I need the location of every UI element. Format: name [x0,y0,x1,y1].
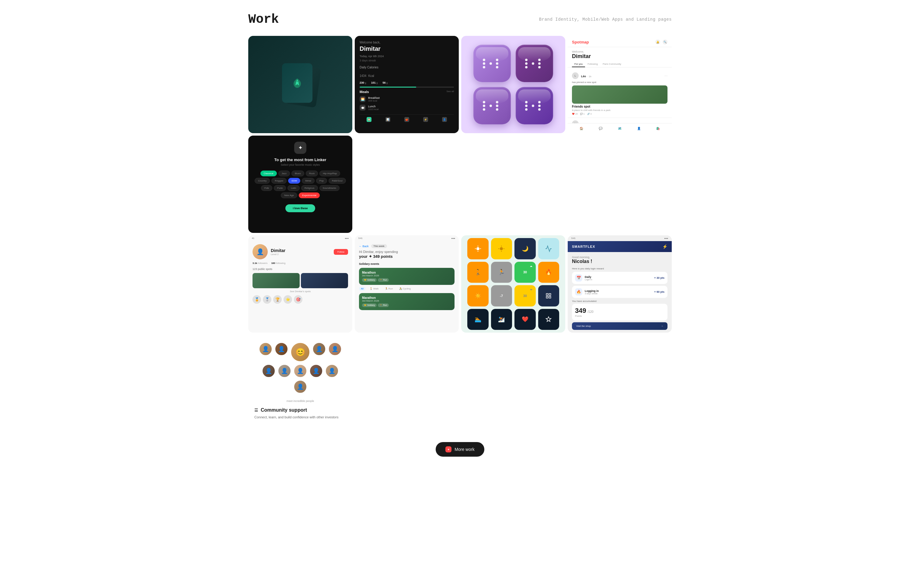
tag-soundtracks[interactable]: Soundtracks [319,185,340,191]
workout-btn-ski[interactable]: ⛷️ [491,309,512,330]
workout-btn-sun[interactable] [467,238,489,259]
dot [538,59,541,61]
workout-btn-heart[interactable]: ❤️ [515,309,536,330]
tag-edm[interactable]: EDM [288,178,300,184]
follow-button[interactable]: Follow [334,249,348,255]
nav-map-icon[interactable]: 🗺️ [617,126,622,131]
marathon-date-2: 3rd March 2026 [362,299,452,302]
tab-paris-community[interactable]: Paris Community [600,61,624,67]
workout-btn-flame[interactable]: 🔥 [538,262,559,283]
nav-activity-icon[interactable]: ⚡ [423,117,428,122]
workout-btn-down-2[interactable]: 30 [515,285,536,307]
nav-profile-icon[interactable]: 👤 [637,126,641,131]
fitness-calories: 1434 Kcal [360,71,454,79]
tag-hiphop[interactable]: Hip-Hop/Rap [319,171,340,176]
workout-btn-moon[interactable]: 🌙 [515,238,536,259]
workout-btn-sun-3[interactable]: ☀️ [467,285,489,307]
brand-card-front [282,63,313,103]
dot [538,66,541,68]
workout-btn-up[interactable]: 30 [515,262,536,283]
tag-rnb[interactable]: R&B/Soul [329,178,346,184]
leo-action: has pinned a new spot [572,81,667,84]
status-signal: ●●● [345,237,349,239]
back-button[interactable]: ← Back [359,245,369,248]
linker-confirm-button[interactable]: I love these [285,204,315,212]
workout-number-7: -7 [500,294,503,298]
nav-home-icon[interactable]: 🏠 [579,126,584,131]
tag-reggae[interactable]: Reggae [271,178,287,184]
sf-points-section: 349 /120 Points [572,304,667,320]
dot [532,108,534,111]
spot-thumb-2 [301,273,348,288]
nav-food-icon[interactable]: 🍎 [404,117,409,122]
tag-newage[interactable]: New Age [281,192,297,198]
profile-spots-count: 123 public spots [253,268,348,271]
workout-btn-star[interactable] [538,309,559,330]
tag-latin[interactable]: Latin [287,185,300,191]
workout-btn-walk[interactable]: 🚶 [467,262,489,283]
dot [538,101,541,103]
tag-blues[interactable]: Blues [292,171,304,176]
dice-dots-2 [525,59,544,68]
sf-daily-sub: Login in [585,278,652,281]
week-selector: This week [371,244,387,248]
workout-btn-sun-2[interactable] [491,238,512,259]
tab-for-you[interactable]: For you [572,61,585,67]
fitness-welcome: Welcome back, [360,41,454,44]
dot [532,59,534,61]
workout-btn-run[interactable]: 🏃 [491,262,512,283]
dot [496,59,498,61]
nav-chat-icon[interactable]: 💬 [598,126,603,131]
linker-subtitle: Select your favorite music styles [281,163,320,166]
nav-chart-icon[interactable]: 📊 [385,117,390,122]
meal-item-lunch: 🍽️ Lunch 1023 kcal [360,105,454,111]
dot [532,62,534,65]
social-profile-card: 41 ●●● 👤 Dimitar Level 2 Follow 3.1k fol… [248,235,352,333]
macro-bar: 230 g 101 g 56 g [360,81,454,84]
tag-country[interactable]: Country [254,178,270,184]
profile-name-row: Dimitar Level 2 [271,248,331,256]
linker-logo: ✦ [294,142,306,154]
nav-home-icon[interactable]: 🏠 [367,117,371,122]
tag-folk[interactable]: Folk [261,185,272,191]
more-work-button[interactable]: ✦ More work [436,442,484,457]
tag-religious[interactable]: Religious [301,185,318,191]
tag-punk[interactable]: Punk [274,185,286,191]
tag-metal[interactable]: Metal [302,178,314,184]
post-options-icon[interactable]: ··· [664,74,667,78]
avatar-3: 👤 [313,342,326,356]
sf-daily-title: Daily [585,275,652,278]
avatar-10: 👤 [293,380,307,393]
avatars-cluster: 👤 👤 😊 👤 👤 👤 👤 👤 👤 👤 👤 [254,341,346,395]
tag-jazz[interactable]: Jazz [279,171,290,176]
workout-btn-down[interactable]: -7 [491,285,512,307]
tab-cycling[interactable]: 🚴 Cycling [397,287,413,291]
workout-btn-activity[interactable] [538,238,559,259]
tag-pop[interactable]: Pop [316,178,327,184]
marathon-title-2: Marathon [362,296,452,299]
sf-shop-button[interactable]: Visit the shop → [572,322,667,330]
avatar-5: 👤 [262,364,275,378]
3d-icon-1 [473,45,511,82]
meals-title: Meals [360,90,369,94]
nav-profile-icon[interactable]: 👤 [442,117,447,122]
see-all-link[interactable]: See all [447,90,454,94]
nav-shop-icon[interactable]: 🛍️ [656,126,661,131]
tag-classical[interactable]: Classical [261,171,277,176]
workout-btn-grid[interactable] [538,285,559,307]
marathon-event-2: Marathon 3rd March 2026 🤝 Solidary 🏃 Run [359,293,455,310]
search-icon[interactable]: 🔍 [662,40,667,44]
tag-experimental[interactable]: Experimental [299,192,320,198]
sf-content: Good morning, Nicolas ! Here is you dail… [568,252,672,333]
see-dimitar-spots[interactable]: See Dimitar's spots [253,290,348,293]
week-chip[interactable]: This week [371,244,387,248]
bell-icon[interactable]: 🔔 [655,40,660,44]
tab-run[interactable]: 🏃 Run [383,287,395,291]
workout-btn-swim[interactable]: 🏊 [467,309,489,330]
activity-greeting: Hi Dimitar, enjoy spending [359,250,455,254]
tab-walk[interactable]: 🚶 Walk [368,287,381,291]
tab-all[interactable]: All [359,287,365,291]
activity-tracker-card: 9:41 ●●● ← Back This week Hi Dimitar, en… [355,235,459,333]
tag-rock[interactable]: Rock [306,171,318,176]
tab-following[interactable]: Following [585,61,600,67]
